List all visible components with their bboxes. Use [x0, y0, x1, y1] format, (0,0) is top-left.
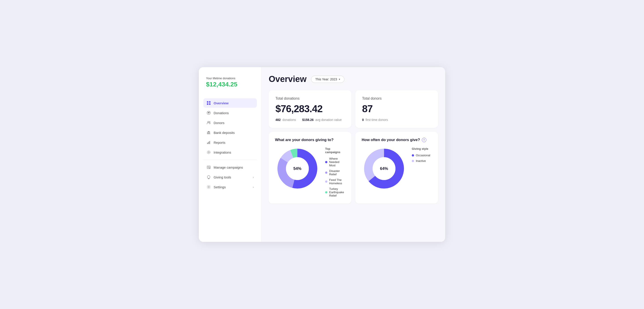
total-donations-value: $76,283.42: [276, 103, 344, 114]
svg-rect-12: [207, 143, 208, 144]
donut-label-2: 64%: [380, 166, 388, 171]
legend-label-freq-1: Inactive: [416, 159, 426, 162]
donors-frequency-title: How often do your donors give? !: [362, 138, 432, 142]
users-icon: [206, 120, 211, 125]
legend-label-0: Where Needed Most: [329, 157, 345, 167]
total-donors-value: 87: [362, 103, 431, 114]
sidebar-item-label-donations: Donations: [214, 111, 229, 115]
bank-icon: [206, 130, 211, 135]
nav-list: Overview Donations: [203, 98, 257, 192]
sidebar-item-label-donors: Donors: [214, 121, 224, 125]
chart1-legend: Top campaigns Where Needed Most Disaster…: [325, 146, 345, 197]
sidebar-item-overview[interactable]: Overview: [203, 98, 257, 108]
svg-rect-13: [208, 142, 209, 144]
legend-item-2: Feed The Homeless: [325, 178, 345, 185]
legend-item-freq-1: Inactive: [412, 159, 430, 162]
svg-point-15: [208, 152, 209, 153]
total-donations-meta: 482 donations $158.26 avg donation value: [276, 118, 344, 122]
first-time-donors-label: first time donors: [366, 118, 388, 122]
legend-label-freq-0: Occasional: [416, 154, 430, 157]
svg-rect-3: [209, 104, 211, 105]
svg-point-19: [208, 186, 209, 188]
chevron-down-icon: ▾: [339, 78, 340, 81]
avg-donation-label: avg donation value: [315, 118, 342, 122]
legend-item-0: Where Needed Most: [325, 157, 345, 167]
sidebar-item-label-manage-campaigns: Manage campaigns: [214, 166, 243, 169]
year-selector-button[interactable]: This Year: 2023 ▾: [311, 76, 344, 83]
sidebar-item-bank-deposits[interactable]: Bank deposits: [203, 128, 257, 137]
sidebar-item-settings[interactable]: Settings ›: [203, 182, 257, 192]
sidebar-item-label-integrations: Integrations: [214, 150, 231, 154]
legend-item-3: Turkey Earthquake Relief: [325, 187, 345, 197]
lifetime-donations-box: Your lifetime donations $12,434.25: [203, 74, 257, 92]
avg-donation: $158.26 avg donation value: [302, 118, 342, 122]
lifetime-label: Your lifetime donations: [206, 76, 254, 80]
svg-rect-8: [208, 132, 208, 134]
app-container: Your lifetime donations $12,434.25 Overv…: [199, 67, 445, 242]
legend-dot-2: [325, 180, 327, 183]
total-donations-title: Total donations: [276, 96, 344, 100]
legend-label-3: Turkey Earthquake Relief: [329, 187, 345, 197]
total-donors-meta: 0 first time donors: [362, 118, 431, 122]
settings-gear-icon: [206, 185, 211, 189]
donors-giving-to-donut-area: 54% Top campaigns Where Needed Most Disa…: [275, 146, 345, 197]
legend-label-1: Disaster Relief: [329, 169, 345, 176]
legend-item-1: Disaster Relief: [325, 169, 345, 176]
integrations-icon: [206, 150, 211, 154]
donations-count-number: 482: [276, 118, 280, 122]
svg-rect-7: [207, 132, 208, 134]
first-time-donors: 0 first time donors: [362, 118, 388, 122]
heart-shield-icon: [206, 110, 211, 115]
donut-chart-2: 64%: [362, 146, 406, 191]
chart1-legend-title: Top campaigns: [325, 147, 345, 154]
sidebar: Your lifetime donations $12,434.25 Overv…: [199, 67, 262, 242]
grid-icon: [206, 101, 211, 105]
total-donors-title: Total donors: [362, 96, 431, 100]
svg-rect-10: [210, 132, 210, 134]
sidebar-item-reports[interactable]: Reports: [203, 138, 257, 147]
chart2-legend-title: Giving style: [412, 147, 430, 150]
donut-label-1: 54%: [293, 166, 302, 171]
main-content: Overview This Year: 2023 ▾ Total donatio…: [262, 67, 445, 242]
legend-dot-3: [325, 191, 327, 194]
svg-rect-1: [209, 101, 211, 103]
page-title: Overview: [269, 74, 306, 84]
giving-tools-icon: [206, 175, 211, 179]
donations-count: 482 donations: [276, 118, 296, 122]
info-icon: !: [422, 138, 426, 142]
svg-rect-2: [207, 104, 208, 105]
chevron-right-settings-icon: ›: [253, 186, 254, 189]
main-header: Overview This Year: 2023 ▾: [269, 74, 438, 84]
legend-dot-0: [325, 161, 327, 163]
total-donations-card: Total donations $76,283.42 482 donations…: [269, 90, 351, 128]
legend-dot-freq-0: [412, 154, 414, 156]
charts-grid: What are your donors giving to?: [269, 132, 438, 204]
total-donors-card: Total donors 87 0 first time donors: [355, 90, 438, 128]
sidebar-item-donations[interactable]: Donations: [203, 108, 257, 118]
sidebar-item-manage-campaigns[interactable]: Manage campaigns: [203, 162, 257, 172]
legend-item-freq-0: Occasional: [412, 154, 430, 157]
donors-giving-to-title: What are your donors giving to?: [275, 138, 345, 142]
sidebar-item-giving-tools[interactable]: Giving tools ›: [203, 172, 257, 182]
legend-dot-1: [325, 172, 327, 174]
lifetime-amount: $12,434.25: [206, 81, 254, 88]
donors-frequency-donut-area: 64% Giving style Occasional Inactive: [362, 146, 432, 191]
sidebar-item-label-settings: Settings: [214, 185, 226, 189]
manage-campaigns-icon: [206, 165, 211, 170]
svg-rect-0: [207, 101, 208, 103]
chart-bar-icon: [206, 140, 211, 145]
sidebar-item-label-overview: Overview: [214, 101, 228, 105]
svg-rect-14: [209, 141, 210, 144]
chart2-legend: Giving style Occasional Inactive: [412, 146, 430, 162]
donors-frequency-card: How often do your donors give? ! 64%: [355, 132, 438, 204]
svg-point-6: [209, 121, 210, 122]
sidebar-item-integrations[interactable]: Integrations: [203, 148, 257, 157]
svg-point-16: [207, 151, 210, 154]
stats-grid: Total donations $76,283.42 482 donations…: [269, 90, 438, 128]
first-time-donors-number: 0: [362, 118, 364, 122]
donations-count-label: donations: [282, 118, 296, 122]
legend-label-2: Feed The Homeless: [329, 178, 345, 185]
sidebar-item-donors[interactable]: Donors: [203, 118, 257, 128]
donors-giving-to-card: What are your donors giving to?: [269, 132, 351, 204]
svg-point-5: [208, 121, 209, 123]
